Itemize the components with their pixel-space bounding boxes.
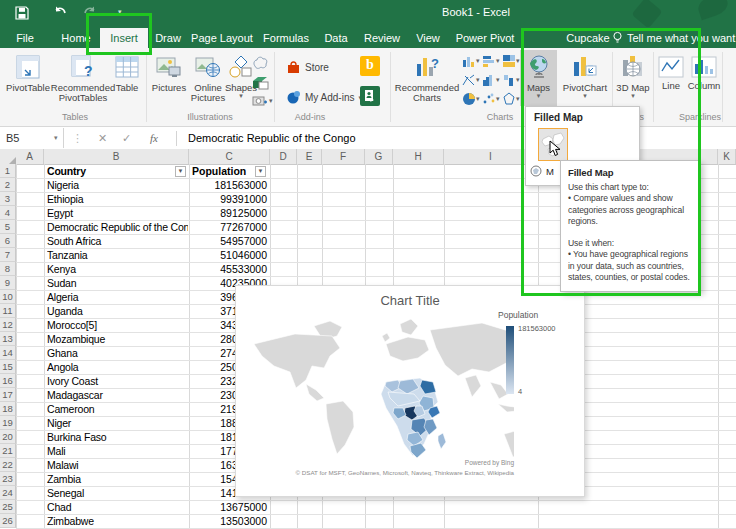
- row-number-7[interactable]: 7: [0, 248, 16, 262]
- line-sparkline-button[interactable]: Line: [656, 56, 686, 91]
- cell-country[interactable]: Ethiopia: [47, 192, 188, 206]
- undo-icon[interactable]: [52, 5, 68, 21]
- camera-button[interactable]: ▾: [252, 94, 273, 107]
- save-icon[interactable]: [14, 5, 30, 21]
- cell-population[interactable]: 13503000: [189, 514, 267, 528]
- row-number-9[interactable]: 9: [0, 276, 16, 290]
- tab-data[interactable]: Data: [316, 28, 356, 48]
- cell-country[interactable]: Morocco[5]: [47, 318, 188, 332]
- pivotchart-button[interactable]: PivotChart ▾: [558, 54, 612, 99]
- cell-population[interactable]: 181563000: [189, 178, 267, 192]
- country-filter-button[interactable]: ▼: [175, 166, 186, 177]
- column-chart-button[interactable]: ▾: [462, 54, 480, 68]
- cell-country[interactable]: Angola: [47, 360, 188, 374]
- tab-page-layout[interactable]: Page Layout: [188, 28, 256, 48]
- column-header-H[interactable]: H: [393, 149, 444, 164]
- filled-map-chart[interactable]: Chart Title: [235, 285, 585, 497]
- cell-country[interactable]: Madagascar: [47, 388, 188, 402]
- row-number-25[interactable]: 25: [0, 500, 16, 514]
- tab-home[interactable]: Home: [54, 28, 98, 48]
- cell-population[interactable]: 13675000: [189, 500, 267, 514]
- row-number-15[interactable]: 15: [0, 360, 16, 374]
- cell-country[interactable]: Sudan: [47, 276, 188, 290]
- recommended-pivottables-button[interactable]: ? Recommended PivotTables: [52, 54, 114, 103]
- tab-file[interactable]: File: [6, 28, 44, 48]
- scatter-chart-button[interactable]: ▾: [482, 92, 500, 106]
- bar-chart-button[interactable]: ▾: [482, 54, 500, 68]
- row-number-22[interactable]: 22: [0, 458, 16, 472]
- cell-country[interactable]: Malawi: [47, 458, 188, 472]
- cell-country[interactable]: Cameroon: [47, 402, 188, 416]
- row-number-23[interactable]: 23: [0, 472, 16, 486]
- more-filled-map-item[interactable]: M: [530, 165, 554, 177]
- tab-view[interactable]: View: [408, 28, 448, 48]
- row-number-12[interactable]: 12: [0, 318, 16, 332]
- cell-country[interactable]: Uganda: [47, 304, 188, 318]
- smartart-button[interactable]: [252, 56, 268, 70]
- row-number-1[interactable]: 1: [0, 164, 16, 178]
- table-header-country[interactable]: Country: [47, 164, 188, 178]
- screenshot-button[interactable]: [252, 76, 269, 90]
- tab-review[interactable]: Review: [358, 28, 406, 48]
- row-number-17[interactable]: 17: [0, 388, 16, 402]
- redo-icon[interactable]: [82, 5, 98, 21]
- cell-country[interactable]: Tanzania: [47, 248, 188, 262]
- row-number-18[interactable]: 18: [0, 402, 16, 416]
- people-addin-icon[interactable]: [360, 86, 380, 106]
- column-sparkline-button[interactable]: Column: [687, 56, 721, 91]
- qat-customize-icon[interactable]: ▾: [118, 8, 122, 16]
- row-number-19[interactable]: 19: [0, 416, 16, 430]
- enter-button[interactable]: ✓: [122, 128, 131, 148]
- row-number-11[interactable]: 11: [0, 304, 16, 318]
- cell-population[interactable]: 54957000: [189, 234, 267, 248]
- column-header-B[interactable]: B: [44, 149, 189, 164]
- cell-population[interactable]: 77267000: [189, 220, 267, 234]
- bing-addin-icon[interactable]: b: [360, 56, 380, 76]
- tab-insert[interactable]: Insert: [100, 28, 148, 48]
- cell-country[interactable]: South Africa: [47, 234, 188, 248]
- cell-country[interactable]: Algeria: [47, 290, 188, 304]
- cell-country[interactable]: Niger: [47, 416, 188, 430]
- pie-chart-button[interactable]: ▾: [462, 92, 480, 106]
- maps-button[interactable]: Maps ▾: [520, 54, 557, 99]
- column-header-C[interactable]: C: [189, 149, 270, 164]
- population-filter-button[interactable]: ▼: [255, 166, 266, 177]
- row-number-2[interactable]: 2: [0, 178, 16, 192]
- tab-cupcake[interactable]: Cupcake: [562, 28, 614, 48]
- row-number-13[interactable]: 13: [0, 332, 16, 346]
- table-button[interactable]: Table: [110, 54, 144, 93]
- name-box-caret[interactable]: ▾: [54, 128, 58, 148]
- insert-function-button[interactable]: fx: [150, 128, 158, 148]
- row-number-14[interactable]: 14: [0, 346, 16, 360]
- cell-country[interactable]: Democratic Republic of the Congo: [47, 220, 188, 234]
- chart-title[interactable]: Chart Title: [236, 293, 584, 308]
- column-header-K[interactable]: K: [718, 149, 736, 164]
- cell-country[interactable]: Mali: [47, 444, 188, 458]
- column-header-E[interactable]: E: [297, 149, 322, 164]
- row-number-24[interactable]: 24: [0, 486, 16, 500]
- tab-power-pivot[interactable]: Power Pivot: [452, 28, 518, 48]
- cell-country[interactable]: Ghana: [47, 346, 188, 360]
- row-number-4[interactable]: 4: [0, 206, 16, 220]
- cell-country[interactable]: Zambia: [47, 472, 188, 486]
- row-number-8[interactable]: 8: [0, 262, 16, 276]
- cell-population[interactable]: 99391000: [189, 192, 267, 206]
- tab-draw[interactable]: Draw: [148, 28, 188, 48]
- row-number-6[interactable]: 6: [0, 234, 16, 248]
- recommended-charts-button[interactable]: ? Recommended Charts: [394, 54, 460, 103]
- radar-chart-button[interactable]: ▾: [502, 92, 520, 106]
- row-number-5[interactable]: 5: [0, 220, 16, 234]
- column-header-G[interactable]: G: [365, 149, 393, 164]
- select-all-corner[interactable]: [9, 157, 16, 164]
- pivottable-button[interactable]: PivotTable: [4, 54, 52, 93]
- my-addins-button[interactable]: My Add-ins ▾: [286, 90, 362, 105]
- column-header-F[interactable]: F: [322, 149, 365, 164]
- cell-country[interactable]: Ivory Coast: [47, 374, 188, 388]
- tab-formulas[interactable]: Formulas: [258, 28, 314, 48]
- tellme-box[interactable]: Tell me what you want to do: [612, 28, 736, 48]
- pictures-button[interactable]: Pictures: [150, 54, 188, 93]
- cell-country[interactable]: Zimbabwe: [47, 514, 188, 528]
- box-chart-button[interactable]: ▾: [502, 73, 520, 87]
- cell-population[interactable]: 45533000: [189, 262, 267, 276]
- row-number-26[interactable]: 26: [0, 514, 16, 528]
